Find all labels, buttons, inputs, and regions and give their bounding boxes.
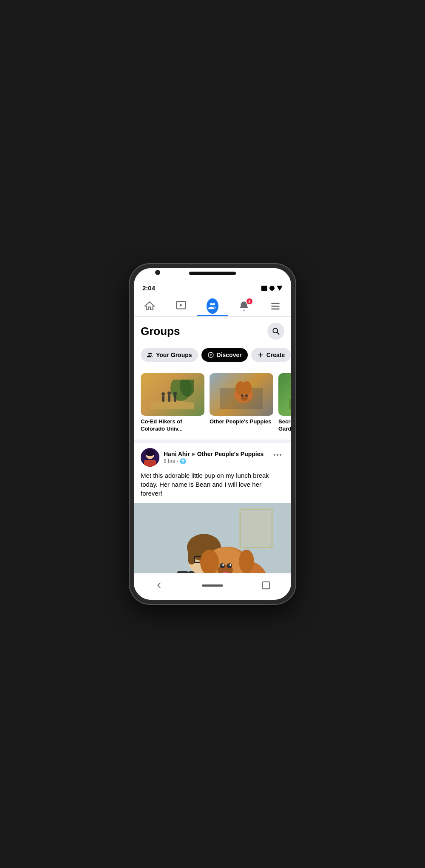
battery-icon [261,286,267,291]
group-card-puppies[interactable]: Other People's Puppies [210,373,273,433]
svg-point-47 [145,449,155,456]
signal-icon [269,286,275,291]
svg-point-19 [167,391,171,395]
post-author: Hani Ahir [164,451,190,457]
nav-item-menu[interactable] [260,298,291,316]
post-image [134,503,291,573]
group-card-img-puppies [210,373,273,416]
post-arrow: ▶ [192,451,196,457]
svg-marker-1 [180,304,182,307]
back-button[interactable] [151,578,167,593]
nav-bar: 2 [134,295,291,317]
post-time-line: 8 hrs · 🌐 [164,458,264,464]
svg-point-76 [230,564,231,566]
svg-point-10 [150,353,152,355]
group-card-name-hikers: Co-Ed Hikers of Colorado Univ... [141,418,204,433]
status-icons [261,286,283,291]
content-area: Groups You [134,317,291,573]
filter-chips: Your Groups Discover Create [134,345,291,368]
post-header-left: Hani Ahir ▶ Other People's Puppies 8 hrs… [141,448,264,467]
bottom-nav [134,573,291,600]
group-card-name-puppies: Other People's Puppies [210,418,273,425]
recents-button[interactable] [258,578,274,593]
svg-rect-78 [262,582,269,589]
chip-your-groups-label: Your Groups [156,352,192,358]
groups-icon [207,300,218,312]
svg-line-8 [277,332,279,335]
group-card-img-hikers [141,373,204,416]
post-avatar[interactable] [141,448,159,467]
svg-rect-54 [242,511,270,546]
chip-your-groups[interactable]: Your Groups [141,348,198,362]
phone-frame: 2:04 [130,264,295,604]
svg-point-74 [227,563,232,568]
nav-item-notifications[interactable]: 2 [228,298,260,316]
svg-rect-4 [271,303,280,304]
group-card-img-garden [278,373,291,416]
post-more-button[interactable] [271,448,284,464]
svg-point-50 [277,454,278,456]
chip-discover-label: Discover [217,352,242,358]
bell-icon: 2 [238,300,250,312]
chip-create[interactable]: Create [251,348,291,362]
svg-rect-5 [271,306,280,307]
notification-badge: 2 [246,298,253,305]
hamburger-icon [269,300,281,312]
post-author-line: Hani Ahir ▶ Other People's Puppies [164,451,264,457]
group-card-name-garden: Secrets to Seasonal Gard... [278,418,291,433]
post-card: Hani Ahir ▶ Other People's Puppies 8 hrs… [134,443,291,573]
section-gap [134,440,291,443]
svg-rect-32 [289,399,291,409]
groups-carousel: Co-Ed Hikers of Colorado Univ... [134,368,291,440]
watch-icon [175,300,187,312]
chip-discover[interactable]: Discover [201,348,248,362]
groups-header: Groups [134,317,291,345]
svg-point-49 [274,454,275,456]
svg-point-30 [241,396,248,401]
svg-point-17 [162,392,165,396]
svg-rect-6 [271,308,280,309]
status-time: 2:04 [142,284,155,292]
home-icon [144,300,156,312]
search-button[interactable] [267,323,284,340]
svg-point-3 [212,303,215,306]
home-pill[interactable] [202,584,223,587]
post-text: Met this adorable little pup on my lunch… [141,471,284,498]
wifi-icon [277,286,283,291]
post-header: Hani Ahir ▶ Other People's Puppies 8 hrs… [141,448,284,467]
svg-point-51 [280,454,281,456]
svg-point-21 [173,392,177,395]
svg-point-73 [220,563,225,568]
svg-rect-20 [168,395,170,402]
nav-item-watch[interactable] [165,298,197,316]
svg-rect-22 [174,395,176,402]
phone-screen: 2:04 [134,268,291,600]
svg-point-2 [210,303,213,306]
svg-point-27 [241,381,252,395]
svg-point-71 [239,550,254,573]
post-group[interactable]: Other People's Puppies [197,451,264,457]
post-meta: Hani Ahir ▶ Other People's Puppies 8 hrs… [164,451,264,464]
groups-title: Groups [141,325,180,338]
svg-rect-18 [162,396,164,402]
nav-item-home[interactable] [134,298,165,316]
svg-rect-48 [144,460,156,467]
post-time: 8 hrs [164,458,175,464]
speaker [189,272,236,275]
svg-point-9 [148,353,150,355]
post-privacy-icon: 🌐 [180,458,186,464]
camera [155,270,160,275]
group-card-garden[interactable]: Secrets to Seasonal Gard... [278,373,291,433]
group-card-hikers[interactable]: Co-Ed Hikers of Colorado Univ... [141,373,204,433]
nav-item-groups[interactable] [197,298,228,316]
svg-point-75 [222,564,224,566]
chip-create-label: Create [266,352,285,358]
